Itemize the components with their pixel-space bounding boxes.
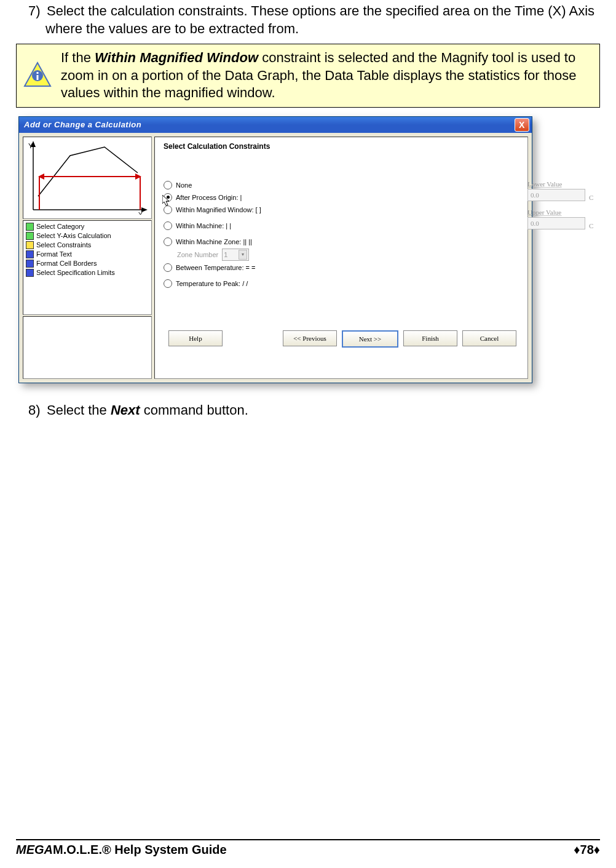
- step-8: 8)Select the Next command button.: [16, 402, 600, 420]
- svg-rect-2: [37, 72, 39, 74]
- upper-value-input[interactable]: 0.0: [527, 217, 585, 229]
- wizard-step[interactable]: Format Text: [26, 250, 149, 259]
- lower-unit: C: [589, 194, 593, 201]
- svg-marker-15: [162, 195, 169, 205]
- radio-icon: [164, 263, 172, 272]
- close-icon: X: [519, 120, 525, 130]
- step-7: 7)Select the calculation constraints. Th…: [16, 2, 600, 38]
- titlebar[interactable]: Add or Change a Calculation X: [19, 117, 532, 133]
- note-box: If the Within Magnified Window constrain…: [16, 44, 600, 108]
- radio-magnified[interactable]: Within Magnified Window: [ ]: [164, 204, 521, 216]
- wizard-step[interactable]: Select Category: [26, 222, 149, 231]
- upper-value-label: Upper Value: [527, 209, 593, 216]
- svg-text:Y: Y: [28, 142, 33, 149]
- square-icon: [26, 250, 34, 258]
- footer-title: MEGAM.O.L.E.® Help System Guide: [16, 843, 227, 857]
- chevron-down-icon: ▾: [239, 250, 247, 260]
- step-7-num: 7): [28, 2, 47, 20]
- radio-after-origin[interactable]: After Process Origin: |: [164, 191, 521, 204]
- step-8-bold: Next: [111, 402, 140, 418]
- radio-icon: [164, 237, 172, 246]
- lower-value-label: Lower Value: [527, 180, 593, 188]
- zone-number-row: Zone Number 1▾: [164, 248, 521, 261]
- dialog-title: Add or Change a Calculation: [24, 120, 141, 129]
- step-7-text: Select the calculation constraints. Thes…: [45, 3, 594, 36]
- square-icon: [26, 223, 34, 231]
- square-icon: [26, 269, 34, 277]
- square-icon: [26, 232, 34, 240]
- lower-value-input[interactable]: 0.0: [527, 189, 585, 201]
- cancel-button[interactable]: Cancel: [462, 330, 516, 346]
- radio-zone[interactable]: Within Machine Zone: || ||: [164, 236, 521, 248]
- dialog-window: Add or Change a Calculation X Y X: [18, 116, 532, 383]
- panel-heading: Select Calculation Constraints: [164, 142, 521, 151]
- radio-icon: [164, 279, 172, 288]
- svg-rect-3: [37, 75, 39, 80]
- note-text: If the Within Magnified Window constrain…: [61, 49, 593, 102]
- help-button[interactable]: Help: [168, 330, 223, 346]
- radio-temp-peak[interactable]: Temperature to Peak: / /: [164, 277, 521, 290]
- square-icon: [26, 260, 34, 268]
- lower-value-block: Lower Value 0.0 C: [527, 180, 593, 201]
- wizard-step-list: Select Category Select Y-Axis Calculatio…: [23, 220, 152, 315]
- page-footer: MEGAM.O.L.E.® Help System Guide ♦78♦: [16, 839, 600, 857]
- upper-value-block: Upper Value 0.0 C: [527, 209, 593, 229]
- step-8-num: 8): [28, 402, 47, 420]
- radio-between-temp[interactable]: Between Temperature: = =: [164, 261, 521, 274]
- wizard-step[interactable]: Select Constraints: [26, 241, 149, 250]
- warning-icon: [23, 61, 52, 90]
- previous-button[interactable]: << Previous: [283, 330, 337, 346]
- footer-page: ♦78♦: [574, 843, 600, 857]
- radio-icon: [164, 181, 172, 189]
- mini-graph: Y X: [23, 137, 152, 219]
- radio-none[interactable]: None: [164, 179, 521, 191]
- zone-number-label: Zone Number: [177, 251, 218, 258]
- cursor-icon: [162, 195, 172, 207]
- zone-number-select[interactable]: 1▾: [222, 249, 249, 261]
- radio-icon: [164, 221, 172, 230]
- wizard-step[interactable]: Select Specification Limits: [26, 268, 149, 277]
- radio-machine[interactable]: Within Machine: | |: [164, 220, 521, 232]
- close-button[interactable]: X: [515, 118, 529, 132]
- upper-unit: C: [589, 222, 593, 229]
- description-box: [23, 316, 152, 379]
- next-button[interactable]: Next >>: [342, 330, 398, 348]
- note-bold: Within Magnified Window: [95, 50, 258, 65]
- svg-text:X: X: [138, 211, 143, 215]
- square-icon: [26, 241, 34, 249]
- finish-button[interactable]: Finish: [403, 330, 457, 346]
- wizard-step[interactable]: Select Y-Axis Calculation: [26, 231, 149, 241]
- wizard-step[interactable]: Format Cell Borders: [26, 259, 149, 268]
